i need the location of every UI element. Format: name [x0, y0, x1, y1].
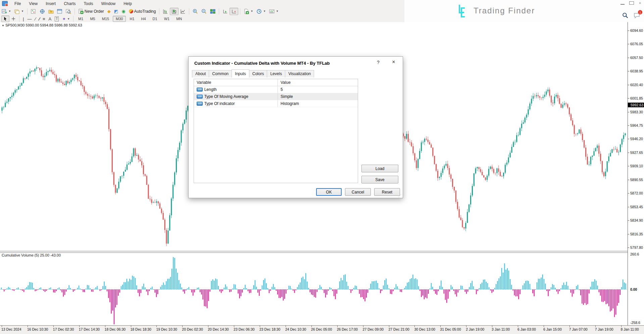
chart-shift-button[interactable]: [230, 8, 238, 15]
chevron-down-icon: ▼: [8, 10, 11, 13]
alerts-button[interactable]: ◉: [120, 8, 127, 14]
price-axis[interactable]: 6094.60 6076.05 6057.50 6038.95 6020.40 …: [628, 22, 644, 325]
timeframe-m1[interactable]: M1: [75, 16, 86, 22]
channel-button[interactable]: ∕∕: [38, 16, 41, 22]
zoom-out-button[interactable]: [200, 8, 208, 15]
table-row[interactable]: 123Type Of Moving Average Simple: [194, 93, 358, 100]
periods-button[interactable]: ▼: [255, 8, 267, 15]
save-button[interactable]: Save: [361, 176, 398, 183]
time-axis-label: 18 Dec 18:30: [131, 327, 151, 331]
templates-button[interactable]: ▼: [267, 8, 280, 15]
price-axis-label: 6020.40: [630, 83, 643, 87]
menu-item-window[interactable]: Window: [97, 0, 120, 7]
table-row[interactable]: 123Type Of indicator Histogram: [194, 100, 358, 107]
tab-about[interactable]: About: [192, 70, 209, 77]
variable-name: Type Of Moving Average: [204, 94, 248, 99]
ok-button[interactable]: OK: [316, 188, 342, 196]
community-button[interactable]: ◩: [112, 8, 120, 14]
time-axis-label: 2 Jan 19:00: [466, 327, 484, 331]
reset-button[interactable]: Reset: [374, 188, 400, 196]
time-axis-label: 6 Jan 03:00: [517, 327, 536, 331]
timeframe-h4[interactable]: H4: [138, 16, 149, 22]
indicators-button[interactable]: ▼: [242, 8, 255, 15]
profiles-button[interactable]: ▼: [13, 8, 26, 15]
close-button[interactable]: ×: [638, 1, 642, 5]
strategy-tester-button[interactable]: [64, 8, 73, 15]
new-chart-button[interactable]: + ▼: [0, 8, 13, 15]
bar-chart-button[interactable]: [161, 8, 170, 15]
timeframe-m30[interactable]: M30: [113, 16, 126, 22]
metaeditor-button[interactable]: ◆: [106, 8, 112, 14]
menu-item-view[interactable]: View: [25, 0, 42, 7]
chart-shift-icon: [231, 9, 237, 14]
time-axis[interactable]: 13 Dec 2024 16 Dec 10:30 17 Dec 02:30 17…: [0, 325, 644, 334]
variable-value[interactable]: Histogram: [278, 101, 358, 106]
tab-common[interactable]: Common: [209, 70, 232, 77]
price-axis-label: 6038.95: [630, 69, 643, 73]
timeframe-m15[interactable]: M15: [99, 16, 112, 22]
menu-item-help[interactable]: Help: [119, 0, 136, 7]
current-price-marker: 5992.63: [628, 103, 644, 107]
timeframe-w1[interactable]: W1: [161, 16, 173, 22]
cursor-button[interactable]: [1, 15, 9, 22]
zoom-in-icon: [193, 9, 198, 14]
menu-item-file[interactable]: File: [10, 0, 25, 7]
symbol-dropdown-arrow[interactable]: ▼: [2, 24, 4, 27]
horizontal-line-button[interactable]: —: [26, 16, 33, 22]
dialog-close-button[interactable]: ×: [389, 59, 398, 65]
zoom-in-button[interactable]: [191, 8, 200, 15]
templates-icon: [269, 9, 275, 14]
text-button[interactable]: A: [47, 16, 53, 22]
timeframe-mn[interactable]: MN: [173, 16, 185, 22]
restore-button[interactable]: [629, 1, 633, 5]
crosshair-button[interactable]: [9, 15, 17, 22]
new-order-button[interactable]: New Order: [77, 8, 106, 15]
time-axis-label: 18 Dec 06:30: [105, 327, 126, 331]
auto-scroll-button[interactable]: [221, 8, 230, 15]
data-window-button[interactable]: [38, 8, 47, 15]
timeframe-d1[interactable]: D1: [150, 16, 160, 22]
vertical-line-button[interactable]: |: [21, 16, 26, 22]
time-axis-label: 8 Jan 11:00: [621, 327, 639, 331]
trendline-button[interactable]: ∕: [33, 16, 37, 22]
tab-colors[interactable]: Colors: [249, 70, 267, 77]
dialog-help-button[interactable]: ?: [375, 60, 382, 65]
timeframe-m5[interactable]: M5: [87, 16, 98, 22]
tab-levels[interactable]: Levels: [267, 70, 285, 77]
tile-windows-button[interactable]: [208, 8, 217, 15]
market-watch-button[interactable]: [29, 8, 38, 15]
arrows-button[interactable]: ✦▼: [60, 16, 71, 22]
table-row[interactable]: 123Length 5: [194, 86, 358, 93]
notifications-button[interactable]: 1: [634, 12, 640, 19]
load-button[interactable]: Load: [361, 165, 398, 172]
menu-item-charts[interactable]: Charts: [60, 0, 80, 7]
time-axis-label: 26 Dec 05:00: [311, 327, 332, 331]
variable-value[interactable]: 5: [278, 87, 358, 92]
time-axis-label: 27 Dec 09:00: [363, 327, 384, 331]
text-icon: A: [49, 17, 52, 21]
notification-badge: 1: [638, 10, 642, 14]
line-chart-button[interactable]: [179, 8, 187, 15]
resize-grip[interactable]: ⋰: [398, 194, 402, 198]
text-label-button[interactable]: T: [53, 15, 60, 22]
dialog-titlebar[interactable]: Custom Indicator - Cumulative Delta with…: [189, 57, 403, 69]
terminal-button[interactable]: [55, 8, 64, 15]
menu-item-tools[interactable]: Tools: [80, 0, 97, 7]
candlestick-button[interactable]: [170, 8, 179, 15]
tab-visualization[interactable]: Visualization: [285, 70, 314, 77]
cancel-button[interactable]: Cancel: [345, 188, 371, 196]
minimize-button[interactable]: [621, 1, 625, 5]
timeframe-h1[interactable]: H1: [127, 16, 137, 22]
autotrading-button[interactable]: AutoTrading: [127, 8, 158, 15]
variable-value[interactable]: Simple: [278, 94, 358, 99]
tab-inputs[interactable]: Inputs: [232, 69, 249, 77]
search-icon[interactable]: [622, 12, 628, 19]
brand-panel: × Trading Finder 1: [404, 0, 644, 22]
price-axis-label: 5834.90: [630, 218, 643, 222]
autotrading-label: AutoTrading: [134, 9, 156, 14]
fibonacci-button[interactable]: ≡: [41, 16, 47, 22]
menu-item-insert[interactable]: Insert: [42, 0, 60, 7]
navigator-button[interactable]: [47, 8, 55, 15]
indicator-histogram[interactable]: [0, 252, 628, 325]
indicator-axis-label: 260.6: [630, 252, 639, 256]
